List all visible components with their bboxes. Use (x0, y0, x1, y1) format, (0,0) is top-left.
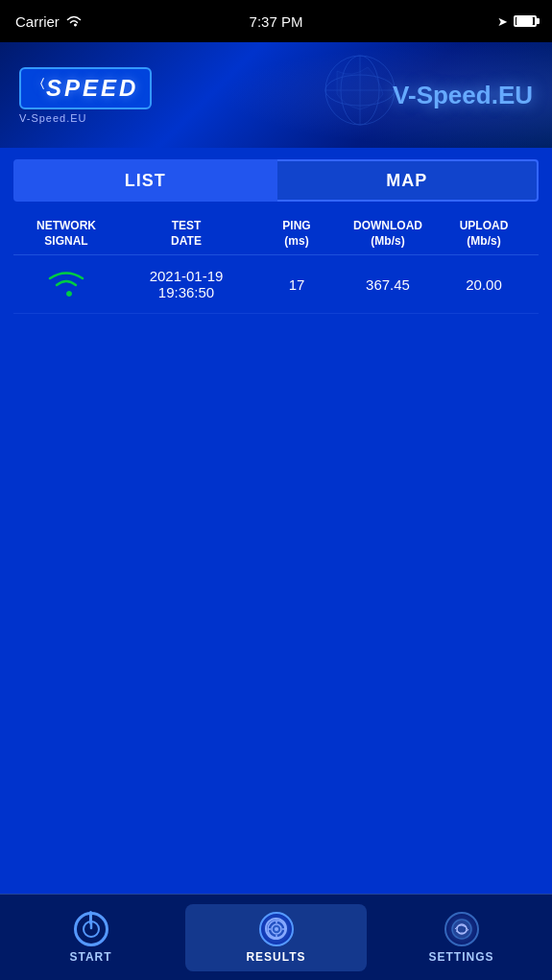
cell-upload: 20.00 (436, 276, 532, 293)
table-row: 2021-01-19 19:36:50 17 367.45 20.00 (13, 255, 539, 314)
bottom-tab-results[interactable]: RESULTS (185, 904, 367, 971)
results-table: NETWORKSIGNAL TESTDATE PING(ms) DOWNLOAD… (13, 213, 539, 314)
svg-point-7 (268, 920, 285, 938)
bottom-bar: START RESULTS (0, 894, 552, 980)
logo-subtitle: V-Speed.EU (19, 112, 87, 124)
cell-download: 367.45 (340, 276, 436, 293)
carrier-label: Carrier (15, 13, 60, 30)
bottom-tab-results-label: RESULTS (246, 950, 305, 964)
bottom-tab-settings-label: SETTINGS (428, 950, 493, 964)
status-right: ➤ (497, 14, 537, 29)
col-ping: PING(ms) (253, 219, 340, 249)
location-icon: ➤ (497, 14, 508, 29)
start-icon (74, 912, 108, 946)
battery-icon (514, 15, 537, 27)
status-left: Carrier (15, 13, 83, 30)
svg-point-8 (272, 924, 281, 934)
settings-icon (444, 912, 479, 946)
col-network-signal: NETWORKSIGNAL (13, 219, 119, 249)
cell-ping: 17 (253, 276, 340, 293)
svg-point-9 (275, 927, 278, 931)
col-test-date: TESTDATE (119, 219, 253, 249)
table-header: NETWORKSIGNAL TESTDATE PING(ms) DOWNLOAD… (13, 213, 539, 255)
tab-bar: LIST MAP (13, 159, 539, 202)
col-upload: UPLOAD(Mb/s) (436, 219, 532, 249)
bottom-tab-settings[interactable]: SETTINGS (371, 904, 552, 971)
wifi-green-icon (45, 267, 87, 301)
header-banner: 〈SPEED V-Speed.EU V-Speed.EU (0, 42, 552, 148)
tab-map-button[interactable]: MAP (277, 159, 540, 202)
globe-decoration (322, 52, 398, 129)
cell-test-date: 2021-01-19 19:36:50 (119, 268, 253, 300)
status-time: 7:37 PM (250, 13, 303, 30)
wifi-status-icon (65, 14, 83, 28)
bottom-tab-start[interactable]: START (0, 904, 181, 971)
cell-network-signal (13, 267, 119, 301)
logo-area: 〈SPEED V-Speed.EU (19, 67, 152, 124)
logo-speed: 〈SPEED (19, 67, 152, 109)
results-icon (259, 912, 294, 946)
status-bar: Carrier 7:37 PM ➤ (0, 0, 552, 42)
tab-list-button[interactable]: LIST (13, 159, 277, 202)
bottom-tab-start-label: START (69, 950, 111, 964)
col-download: DOWNLOAD(Mb/s) (340, 219, 436, 249)
brand-name: V-Speed.EU (393, 81, 533, 110)
